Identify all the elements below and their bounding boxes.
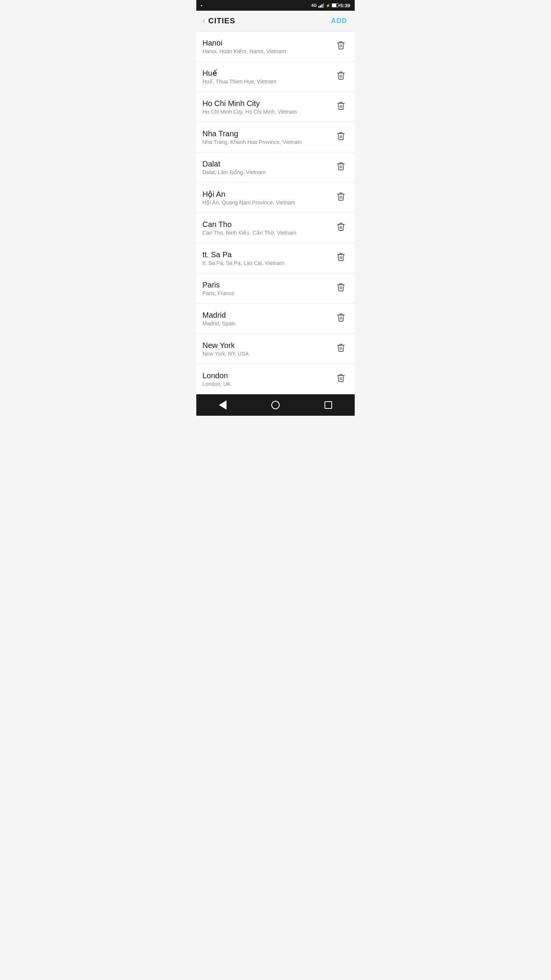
delete-city-button[interactable] [333, 219, 349, 237]
trash-icon [336, 222, 346, 231]
network-type: 4G [311, 3, 317, 8]
city-list-item: Nha TrangNha Trang, Khanh Hoa Province, … [196, 122, 355, 152]
city-name: Hội An [202, 189, 333, 199]
city-info: LondonLondon, UK [202, 371, 333, 387]
city-list-item: LondonLondon, UK [196, 364, 355, 394]
city-list-item: HanoiHanoi, Hoàn Kiếm, Hanoi, Vietnam [196, 31, 355, 62]
delete-city-button[interactable] [333, 68, 349, 85]
sim-card-icon: ▪ [201, 3, 202, 8]
delete-city-button[interactable] [333, 279, 349, 297]
back-nav-icon [219, 400, 227, 410]
city-list-item: HuếHuế, Thua Thien Hue, Vietnam [196, 62, 355, 92]
city-name: Paris [202, 281, 333, 289]
city-list-item: Hội AnHội An, Quang Nam Province, Vietna… [196, 183, 355, 213]
back-button[interactable]: ‹ [202, 17, 205, 25]
city-info: DalatDalat, Lâm Đồng, Vietnam [202, 160, 333, 175]
city-name: London [202, 371, 333, 380]
city-detail: Hanoi, Hoàn Kiếm, Hanoi, Vietnam [202, 48, 333, 54]
trash-icon [336, 252, 346, 261]
city-list-item: MadridMadrid, Spain [196, 304, 355, 334]
trash-icon [336, 41, 346, 50]
city-detail: Hội An, Quang Nam Province, Vietnam [202, 199, 333, 206]
city-detail: Ho Chi Minh City, Ho Chi Minh, Vietnam [202, 109, 333, 115]
delete-city-button[interactable] [333, 98, 349, 116]
trash-icon [336, 131, 346, 140]
back-nav-button[interactable] [215, 397, 230, 413]
city-name: Madrid [202, 311, 333, 320]
city-detail: Huế, Thua Thien Hue, Vietnam [202, 78, 333, 85]
city-list-item: New YorkNew York, NY, USA [196, 334, 355, 364]
city-detail: tt. Sa Pa, Sa Pa, Lào Cai, Vietnam [202, 260, 333, 266]
city-list-item: DalatDalat, Lâm Đồng, Vietnam [196, 152, 355, 183]
trash-icon [336, 101, 346, 110]
city-info: Hội AnHội An, Quang Nam Province, Vietna… [202, 189, 333, 206]
delete-city-button[interactable] [333, 38, 349, 55]
city-detail: Can Tho, Ninh Kiều, Cần Thơ, Vietnam [202, 230, 333, 236]
city-list-item: Ho Chi Minh CityHo Chi Minh City, Ho Chi… [196, 92, 355, 122]
city-detail: Paris, France [202, 290, 333, 296]
home-nav-icon [271, 401, 280, 409]
home-nav-button[interactable] [268, 397, 283, 413]
trash-icon [336, 343, 346, 352]
trash-icon [336, 71, 346, 80]
city-list-item: tt. Sa Patt. Sa Pa, Sa Pa, Lào Cai, Viet… [196, 243, 355, 273]
bottom-nav [196, 394, 355, 416]
status-left: ▪ [201, 3, 202, 8]
delete-city-button[interactable] [333, 189, 349, 206]
status-bar: ▪ 4G ⚡ 5:39 [196, 0, 355, 11]
city-detail: Nha Trang, Khanh Hoa Province, Vietnam [202, 139, 333, 145]
delete-city-button[interactable] [333, 310, 349, 327]
page-title: CITIES [208, 16, 235, 25]
clock: 5:39 [340, 3, 350, 8]
city-info: Can ThoCan Tho, Ninh Kiều, Cần Thơ, Viet… [202, 220, 333, 236]
city-info: HanoiHanoi, Hoàn Kiếm, Hanoi, Vietnam [202, 39, 333, 54]
city-info: HuếHuế, Thua Thien Hue, Vietnam [202, 69, 333, 85]
signal-icon [318, 3, 324, 8]
city-name: Dalat [202, 160, 333, 168]
recent-nav-icon [324, 401, 332, 409]
city-info: Nha TrangNha Trang, Khanh Hoa Province, … [202, 129, 333, 145]
city-list-item: Can ThoCan Tho, Ninh Kiều, Cần Thơ, Viet… [196, 213, 355, 243]
delete-city-button[interactable] [333, 128, 349, 146]
delete-city-button[interactable] [333, 370, 349, 388]
city-name: Huế [202, 69, 333, 78]
status-right: 4G ⚡ 5:39 [311, 3, 350, 8]
city-name: tt. Sa Pa [202, 250, 333, 259]
nav-left: ‹ CITIES [202, 16, 235, 25]
city-name: Ho Chi Minh City [202, 99, 333, 108]
city-info: ParisParis, France [202, 281, 333, 296]
city-detail: London, UK [202, 381, 333, 387]
recent-nav-button[interactable] [321, 397, 336, 413]
city-detail: New York, NY, USA [202, 351, 333, 357]
city-name: New York [202, 341, 333, 350]
trash-icon [336, 373, 346, 382]
city-detail: Dalat, Lâm Đồng, Vietnam [202, 169, 333, 175]
city-info: Ho Chi Minh CityHo Chi Minh City, Ho Chi… [202, 99, 333, 115]
city-info: tt. Sa Patt. Sa Pa, Sa Pa, Lào Cai, Viet… [202, 250, 333, 266]
delete-city-button[interactable] [333, 249, 349, 267]
delete-city-button[interactable] [333, 340, 349, 358]
trash-icon [336, 162, 346, 171]
city-name: Nha Trang [202, 129, 333, 138]
delete-city-button[interactable] [333, 158, 349, 176]
battery-lightning-icon: ⚡ [326, 3, 330, 8]
trash-icon [336, 283, 346, 292]
city-detail: Madrid, Spain [202, 320, 333, 327]
battery-icon [332, 3, 339, 7]
city-info: MadridMadrid, Spain [202, 311, 333, 327]
nav-bar: ‹ CITIES ADD [196, 11, 355, 31]
city-list: HanoiHanoi, Hoàn Kiếm, Hanoi, Vietnam Hu… [196, 31, 355, 394]
add-city-button[interactable]: ADD [329, 15, 349, 26]
city-list-item: ParisParis, France [196, 273, 355, 304]
trash-icon [336, 313, 346, 322]
city-name: Hanoi [202, 39, 333, 47]
city-name: Can Tho [202, 220, 333, 229]
city-info: New YorkNew York, NY, USA [202, 341, 333, 357]
trash-icon [336, 192, 346, 201]
